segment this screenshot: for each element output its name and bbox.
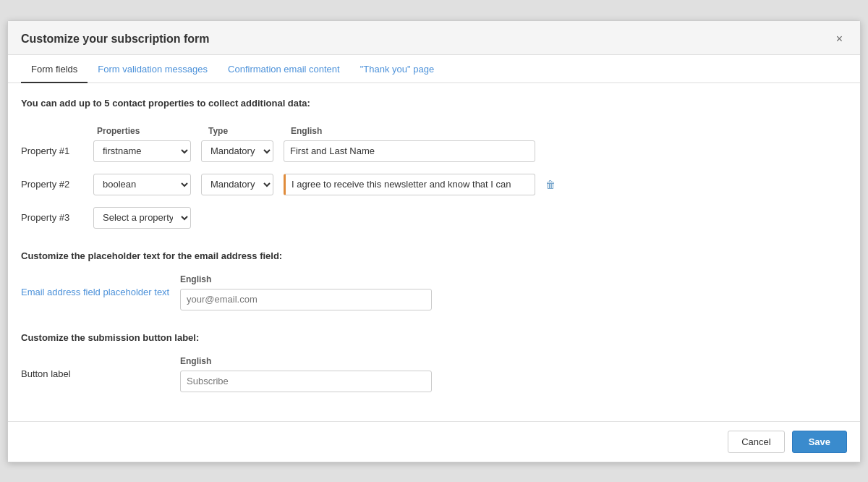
property-label-1: Property #1 [21, 145, 93, 156]
email-row: Email address field placeholder text Eng… [21, 274, 847, 310]
info-text: You can add up to 5 contact properties t… [21, 98, 847, 109]
property-label-2: Property #2 [21, 179, 93, 190]
property-label-3: Property #3 [21, 212, 93, 223]
property-row-3: Property #3 Select a property [21, 207, 847, 229]
property-select-1[interactable]: firstname [93, 140, 191, 162]
property-select-2[interactable]: boolean [93, 174, 191, 195]
email-section-title: Customize the placeholder text for the e… [21, 250, 847, 261]
tab-confirmation-email[interactable]: Confirmation email content [218, 55, 350, 83]
email-placeholder-input[interactable] [180, 289, 432, 310]
tab-form-validation[interactable]: Form validation messages [88, 55, 218, 83]
customize-subscription-modal: Customize your subscription form × Form … [7, 20, 861, 462]
english-input-2[interactable] [284, 174, 535, 195]
type-select-1[interactable]: Mandatory [201, 140, 273, 162]
modal-title: Customize your subscription form [21, 33, 209, 46]
trash-icon: 🗑 [545, 179, 556, 190]
button-section: Customize the submission button label: B… [21, 332, 847, 392]
email-section: Customize the placeholder text for the e… [21, 250, 847, 310]
email-col-header: English [180, 274, 432, 284]
tab-thank-you-page[interactable]: "Thank you" page [350, 55, 444, 83]
modal-body: You can add up to 5 contact properties t… [8, 83, 860, 421]
property-row-1: Property #1 firstname Mandatory [21, 140, 847, 162]
col-header-properties: Properties [97, 126, 198, 136]
save-button[interactable]: Save [792, 431, 847, 453]
col-header-english: English [291, 126, 544, 136]
email-col: English [180, 274, 432, 310]
modal-header: Customize your subscription form × [8, 21, 860, 55]
column-headers: Properties Type English [97, 126, 847, 136]
button-label-input[interactable] [180, 371, 432, 392]
email-field-label: Email address field placeholder text [21, 287, 180, 297]
tabs-container: Form fields Form validation messages Con… [8, 55, 860, 83]
modal-footer: Cancel Save [8, 421, 860, 462]
button-col: English [180, 356, 432, 392]
property-row-2: Property #2 boolean Mandatory 🗑 [21, 174, 847, 195]
button-row: Button label English [21, 356, 847, 392]
button-col-header: English [180, 356, 432, 366]
property-select-3[interactable]: Select a property [93, 207, 191, 229]
properties-table: Properties Type English Property #1 firs… [21, 126, 847, 229]
type-select-2[interactable]: Mandatory [201, 174, 273, 195]
col-header-type: Type [208, 126, 281, 136]
close-button[interactable]: × [832, 31, 847, 47]
english-input-1[interactable] [284, 140, 535, 162]
cancel-button[interactable]: Cancel [728, 431, 784, 453]
button-label-text: Button label [21, 368, 180, 379]
delete-button-2[interactable]: 🗑 [540, 176, 561, 193]
tab-form-fields[interactable]: Form fields [21, 55, 88, 83]
button-section-title: Customize the submission button label: [21, 332, 847, 343]
